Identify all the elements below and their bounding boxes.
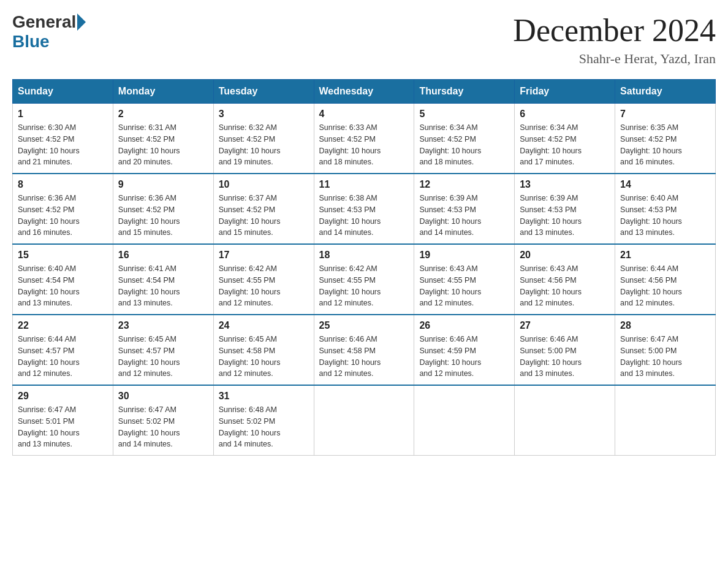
day-number: 28 — [620, 320, 710, 331]
calendar-week-1: 1 Sunrise: 6:30 AMSunset: 4:52 PMDayligh… — [13, 104, 716, 174]
calendar-cell: 2 Sunrise: 6:31 AMSunset: 4:52 PMDayligh… — [113, 104, 213, 174]
day-info: Sunrise: 6:43 AMSunset: 4:55 PMDaylight:… — [419, 264, 481, 307]
day-info: Sunrise: 6:30 AMSunset: 4:52 PMDaylight:… — [18, 123, 80, 166]
month-title: December 2024 — [513, 12, 716, 48]
calendar-cell: 20 Sunrise: 6:43 AMSunset: 4:56 PMDaylig… — [515, 244, 615, 315]
day-info: Sunrise: 6:48 AMSunset: 5:02 PMDaylight:… — [219, 405, 281, 448]
day-info: Sunrise: 6:42 AMSunset: 4:55 PMDaylight:… — [219, 264, 281, 307]
day-info: Sunrise: 6:38 AMSunset: 4:53 PMDaylight:… — [319, 194, 381, 237]
day-number: 27 — [520, 320, 610, 331]
calendar-cell: 10 Sunrise: 6:37 AMSunset: 4:52 PMDaylig… — [213, 174, 314, 244]
day-number: 14 — [620, 179, 710, 190]
day-number: 26 — [419, 320, 509, 331]
day-info: Sunrise: 6:46 AMSunset: 4:58 PMDaylight:… — [319, 335, 381, 378]
day-number: 15 — [18, 250, 108, 261]
calendar-header-row: Sunday Monday Tuesday Wednesday Thursday… — [13, 80, 716, 104]
day-number: 18 — [319, 250, 409, 261]
calendar-cell — [515, 385, 615, 456]
calendar-cell: 7 Sunrise: 6:35 AMSunset: 4:52 PMDayligh… — [615, 104, 716, 174]
calendar-cell: 29 Sunrise: 6:47 AMSunset: 5:01 PMDaylig… — [13, 385, 113, 456]
logo-text: General — [12, 12, 87, 32]
day-info: Sunrise: 6:45 AMSunset: 4:57 PMDaylight:… — [118, 335, 180, 378]
calendar-cell: 22 Sunrise: 6:44 AMSunset: 4:57 PMDaylig… — [13, 315, 113, 385]
calendar-cell: 26 Sunrise: 6:46 AMSunset: 4:59 PMDaylig… — [414, 315, 515, 385]
day-number: 2 — [118, 109, 208, 120]
calendar-cell: 5 Sunrise: 6:34 AMSunset: 4:52 PMDayligh… — [414, 104, 515, 174]
calendar-cell — [414, 385, 515, 456]
day-number: 4 — [319, 109, 409, 120]
day-info: Sunrise: 6:39 AMSunset: 4:53 PMDaylight:… — [419, 194, 481, 237]
logo-general: General — [12, 12, 76, 32]
day-number: 9 — [118, 179, 208, 190]
day-number: 12 — [419, 179, 509, 190]
day-number: 5 — [419, 109, 509, 120]
day-number: 13 — [520, 179, 610, 190]
day-number: 8 — [18, 179, 108, 190]
day-info: Sunrise: 6:46 AMSunset: 5:00 PMDaylight:… — [520, 335, 582, 378]
col-wednesday: Wednesday — [314, 80, 414, 104]
day-info: Sunrise: 6:43 AMSunset: 4:56 PMDaylight:… — [520, 264, 582, 307]
col-tuesday: Tuesday — [213, 80, 314, 104]
day-number: 30 — [118, 391, 208, 402]
logo-blue: Blue — [12, 32, 50, 52]
day-number: 29 — [18, 391, 108, 402]
calendar-cell: 9 Sunrise: 6:36 AMSunset: 4:52 PMDayligh… — [113, 174, 213, 244]
calendar-cell: 14 Sunrise: 6:40 AMSunset: 4:53 PMDaylig… — [615, 174, 716, 244]
day-number: 7 — [620, 109, 710, 120]
calendar-cell: 12 Sunrise: 6:39 AMSunset: 4:53 PMDaylig… — [414, 174, 515, 244]
location-subtitle: Shahr-e Herat, Yazd, Iran — [513, 51, 716, 67]
day-info: Sunrise: 6:34 AMSunset: 4:52 PMDaylight:… — [520, 123, 582, 166]
day-number: 23 — [118, 320, 208, 331]
calendar-week-3: 15 Sunrise: 6:40 AMSunset: 4:54 PMDaylig… — [13, 244, 716, 315]
day-number: 6 — [520, 109, 610, 120]
calendar-week-4: 22 Sunrise: 6:44 AMSunset: 4:57 PMDaylig… — [13, 315, 716, 385]
calendar-cell: 11 Sunrise: 6:38 AMSunset: 4:53 PMDaylig… — [314, 174, 414, 244]
day-number: 31 — [219, 391, 309, 402]
day-info: Sunrise: 6:47 AMSunset: 5:01 PMDaylight:… — [18, 405, 80, 448]
day-number: 16 — [118, 250, 208, 261]
calendar-cell: 17 Sunrise: 6:42 AMSunset: 4:55 PMDaylig… — [213, 244, 314, 315]
day-number: 3 — [219, 109, 309, 120]
calendar-cell: 16 Sunrise: 6:41 AMSunset: 4:54 PMDaylig… — [113, 244, 213, 315]
day-info: Sunrise: 6:42 AMSunset: 4:55 PMDaylight:… — [319, 264, 381, 307]
calendar-cell: 23 Sunrise: 6:45 AMSunset: 4:57 PMDaylig… — [113, 315, 213, 385]
calendar-cell: 25 Sunrise: 6:46 AMSunset: 4:58 PMDaylig… — [314, 315, 414, 385]
calendar-cell: 1 Sunrise: 6:30 AMSunset: 4:52 PMDayligh… — [13, 104, 113, 174]
day-info: Sunrise: 6:46 AMSunset: 4:59 PMDaylight:… — [419, 335, 481, 378]
day-info: Sunrise: 6:39 AMSunset: 4:53 PMDaylight:… — [520, 194, 582, 237]
title-section: December 2024 Shahr-e Herat, Yazd, Iran — [513, 12, 716, 67]
calendar-cell: 13 Sunrise: 6:39 AMSunset: 4:53 PMDaylig… — [515, 174, 615, 244]
day-number: 20 — [520, 250, 610, 261]
col-friday: Friday — [515, 80, 615, 104]
day-info: Sunrise: 6:41 AMSunset: 4:54 PMDaylight:… — [118, 264, 180, 307]
day-info: Sunrise: 6:40 AMSunset: 4:54 PMDaylight:… — [18, 264, 80, 307]
calendar-cell: 28 Sunrise: 6:47 AMSunset: 5:00 PMDaylig… — [615, 315, 716, 385]
day-info: Sunrise: 6:45 AMSunset: 4:58 PMDaylight:… — [219, 335, 281, 378]
day-info: Sunrise: 6:35 AMSunset: 4:52 PMDaylight:… — [620, 123, 682, 166]
calendar-week-5: 29 Sunrise: 6:47 AMSunset: 5:01 PMDaylig… — [13, 385, 716, 456]
calendar-week-2: 8 Sunrise: 6:36 AMSunset: 4:52 PMDayligh… — [13, 174, 716, 244]
col-sunday: Sunday — [13, 80, 113, 104]
day-info: Sunrise: 6:44 AMSunset: 4:57 PMDaylight:… — [18, 335, 80, 378]
day-info: Sunrise: 6:32 AMSunset: 4:52 PMDaylight:… — [219, 123, 281, 166]
calendar-table: Sunday Monday Tuesday Wednesday Thursday… — [12, 79, 716, 456]
day-info: Sunrise: 6:47 AMSunset: 5:00 PMDaylight:… — [620, 335, 682, 378]
page-header: General Blue December 2024 Shahr-e Herat… — [12, 12, 716, 67]
day-number: 24 — [219, 320, 309, 331]
logo-arrow-icon — [77, 13, 86, 31]
day-info: Sunrise: 6:44 AMSunset: 4:56 PMDaylight:… — [620, 264, 682, 307]
calendar-cell: 6 Sunrise: 6:34 AMSunset: 4:52 PMDayligh… — [515, 104, 615, 174]
calendar-cell: 31 Sunrise: 6:48 AMSunset: 5:02 PMDaylig… — [213, 385, 314, 456]
day-info: Sunrise: 6:40 AMSunset: 4:53 PMDaylight:… — [620, 194, 682, 237]
day-info: Sunrise: 6:33 AMSunset: 4:52 PMDaylight:… — [319, 123, 381, 166]
calendar-cell: 3 Sunrise: 6:32 AMSunset: 4:52 PMDayligh… — [213, 104, 314, 174]
day-info: Sunrise: 6:34 AMSunset: 4:52 PMDaylight:… — [419, 123, 481, 166]
day-number: 22 — [18, 320, 108, 331]
day-number: 17 — [219, 250, 309, 261]
calendar-cell: 8 Sunrise: 6:36 AMSunset: 4:52 PMDayligh… — [13, 174, 113, 244]
day-number: 11 — [319, 179, 409, 190]
day-number: 25 — [319, 320, 409, 331]
col-monday: Monday — [113, 80, 213, 104]
day-info: Sunrise: 6:37 AMSunset: 4:52 PMDaylight:… — [219, 194, 281, 237]
calendar-cell: 4 Sunrise: 6:33 AMSunset: 4:52 PMDayligh… — [314, 104, 414, 174]
